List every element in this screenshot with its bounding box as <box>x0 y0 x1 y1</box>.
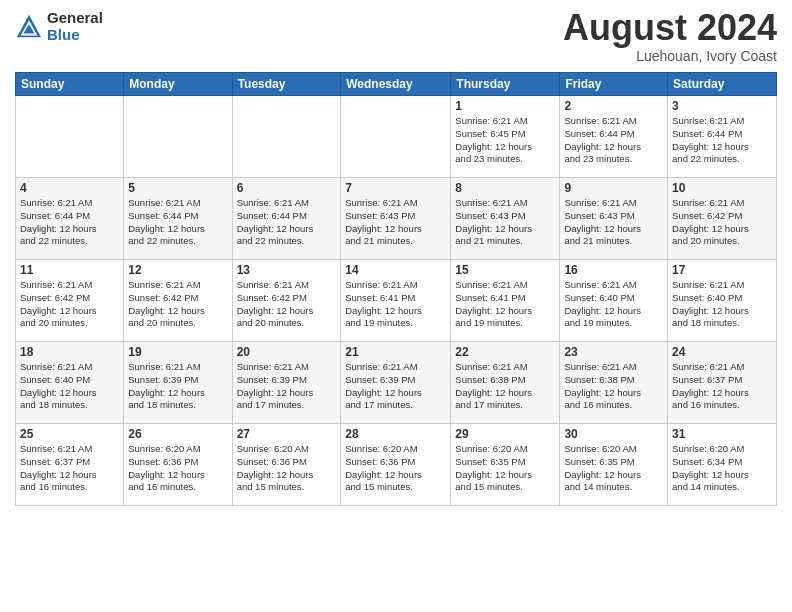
day-info: Sunrise: 6:21 AM Sunset: 6:39 PM Dayligh… <box>128 361 227 412</box>
day-info: Sunrise: 6:21 AM Sunset: 6:45 PM Dayligh… <box>455 115 555 166</box>
day-info: Sunrise: 6:21 AM Sunset: 6:37 PM Dayligh… <box>672 361 772 412</box>
header: General Blue August 2024 Luehouan, Ivory… <box>15 10 777 64</box>
calendar-cell: 15Sunrise: 6:21 AM Sunset: 6:41 PM Dayli… <box>451 260 560 342</box>
day-number: 26 <box>128 427 227 441</box>
calendar-cell <box>341 96 451 178</box>
day-info: Sunrise: 6:20 AM Sunset: 6:34 PM Dayligh… <box>672 443 772 494</box>
calendar-cell: 30Sunrise: 6:20 AM Sunset: 6:35 PM Dayli… <box>560 424 668 506</box>
day-number: 25 <box>20 427 119 441</box>
day-number: 31 <box>672 427 772 441</box>
calendar-week-row: 11Sunrise: 6:21 AM Sunset: 6:42 PM Dayli… <box>16 260 777 342</box>
day-info: Sunrise: 6:21 AM Sunset: 6:40 PM Dayligh… <box>672 279 772 330</box>
calendar-cell: 4Sunrise: 6:21 AM Sunset: 6:44 PM Daylig… <box>16 178 124 260</box>
day-info: Sunrise: 6:21 AM Sunset: 6:43 PM Dayligh… <box>455 197 555 248</box>
calendar-day-header: Saturday <box>668 73 777 96</box>
day-number: 14 <box>345 263 446 277</box>
calendar-cell: 27Sunrise: 6:20 AM Sunset: 6:36 PM Dayli… <box>232 424 341 506</box>
calendar-cell: 18Sunrise: 6:21 AM Sunset: 6:40 PM Dayli… <box>16 342 124 424</box>
day-number: 22 <box>455 345 555 359</box>
day-info: Sunrise: 6:21 AM Sunset: 6:40 PM Dayligh… <box>20 361 119 412</box>
calendar-cell <box>16 96 124 178</box>
day-info: Sunrise: 6:21 AM Sunset: 6:38 PM Dayligh… <box>455 361 555 412</box>
calendar-cell: 21Sunrise: 6:21 AM Sunset: 6:39 PM Dayli… <box>341 342 451 424</box>
calendar-day-header: Friday <box>560 73 668 96</box>
calendar-cell: 31Sunrise: 6:20 AM Sunset: 6:34 PM Dayli… <box>668 424 777 506</box>
day-number: 15 <box>455 263 555 277</box>
day-info: Sunrise: 6:21 AM Sunset: 6:42 PM Dayligh… <box>672 197 772 248</box>
calendar-week-row: 1Sunrise: 6:21 AM Sunset: 6:45 PM Daylig… <box>16 96 777 178</box>
day-info: Sunrise: 6:21 AM Sunset: 6:44 PM Dayligh… <box>20 197 119 248</box>
day-info: Sunrise: 6:20 AM Sunset: 6:35 PM Dayligh… <box>564 443 663 494</box>
calendar-cell: 2Sunrise: 6:21 AM Sunset: 6:44 PM Daylig… <box>560 96 668 178</box>
day-info: Sunrise: 6:21 AM Sunset: 6:39 PM Dayligh… <box>345 361 446 412</box>
calendar-day-header: Thursday <box>451 73 560 96</box>
location-subtitle: Luehouan, Ivory Coast <box>563 48 777 64</box>
calendar-cell: 5Sunrise: 6:21 AM Sunset: 6:44 PM Daylig… <box>124 178 232 260</box>
day-number: 21 <box>345 345 446 359</box>
calendar-cell: 20Sunrise: 6:21 AM Sunset: 6:39 PM Dayli… <box>232 342 341 424</box>
page: General Blue August 2024 Luehouan, Ivory… <box>0 0 792 612</box>
calendar-cell: 11Sunrise: 6:21 AM Sunset: 6:42 PM Dayli… <box>16 260 124 342</box>
calendar-cell: 19Sunrise: 6:21 AM Sunset: 6:39 PM Dayli… <box>124 342 232 424</box>
calendar-cell <box>124 96 232 178</box>
calendar-header-row: SundayMondayTuesdayWednesdayThursdayFrid… <box>16 73 777 96</box>
calendar-cell: 14Sunrise: 6:21 AM Sunset: 6:41 PM Dayli… <box>341 260 451 342</box>
day-info: Sunrise: 6:20 AM Sunset: 6:36 PM Dayligh… <box>345 443 446 494</box>
day-number: 18 <box>20 345 119 359</box>
day-number: 20 <box>237 345 337 359</box>
calendar-day-header: Wednesday <box>341 73 451 96</box>
calendar-day-header: Sunday <box>16 73 124 96</box>
calendar-cell: 29Sunrise: 6:20 AM Sunset: 6:35 PM Dayli… <box>451 424 560 506</box>
logo-icon <box>15 13 43 41</box>
day-info: Sunrise: 6:21 AM Sunset: 6:43 PM Dayligh… <box>564 197 663 248</box>
day-info: Sunrise: 6:21 AM Sunset: 6:39 PM Dayligh… <box>237 361 337 412</box>
calendar-cell: 25Sunrise: 6:21 AM Sunset: 6:37 PM Dayli… <box>16 424 124 506</box>
day-number: 5 <box>128 181 227 195</box>
day-number: 8 <box>455 181 555 195</box>
logo-blue-text: Blue <box>47 27 103 44</box>
day-info: Sunrise: 6:21 AM Sunset: 6:37 PM Dayligh… <box>20 443 119 494</box>
calendar-cell: 13Sunrise: 6:21 AM Sunset: 6:42 PM Dayli… <box>232 260 341 342</box>
day-number: 3 <box>672 99 772 113</box>
day-number: 23 <box>564 345 663 359</box>
day-number: 17 <box>672 263 772 277</box>
day-info: Sunrise: 6:20 AM Sunset: 6:35 PM Dayligh… <box>455 443 555 494</box>
day-info: Sunrise: 6:21 AM Sunset: 6:40 PM Dayligh… <box>564 279 663 330</box>
calendar-cell: 22Sunrise: 6:21 AM Sunset: 6:38 PM Dayli… <box>451 342 560 424</box>
day-number: 16 <box>564 263 663 277</box>
calendar-cell: 8Sunrise: 6:21 AM Sunset: 6:43 PM Daylig… <box>451 178 560 260</box>
day-number: 9 <box>564 181 663 195</box>
calendar-day-header: Tuesday <box>232 73 341 96</box>
calendar-cell: 17Sunrise: 6:21 AM Sunset: 6:40 PM Dayli… <box>668 260 777 342</box>
calendar-cell: 26Sunrise: 6:20 AM Sunset: 6:36 PM Dayli… <box>124 424 232 506</box>
calendar-table: SundayMondayTuesdayWednesdayThursdayFrid… <box>15 72 777 506</box>
day-number: 10 <box>672 181 772 195</box>
calendar-cell: 28Sunrise: 6:20 AM Sunset: 6:36 PM Dayli… <box>341 424 451 506</box>
day-number: 7 <box>345 181 446 195</box>
day-number: 4 <box>20 181 119 195</box>
day-info: Sunrise: 6:21 AM Sunset: 6:44 PM Dayligh… <box>237 197 337 248</box>
day-info: Sunrise: 6:21 AM Sunset: 6:38 PM Dayligh… <box>564 361 663 412</box>
day-info: Sunrise: 6:21 AM Sunset: 6:41 PM Dayligh… <box>455 279 555 330</box>
day-number: 19 <box>128 345 227 359</box>
month-year-title: August 2024 <box>563 10 777 46</box>
day-info: Sunrise: 6:20 AM Sunset: 6:36 PM Dayligh… <box>128 443 227 494</box>
calendar-week-row: 4Sunrise: 6:21 AM Sunset: 6:44 PM Daylig… <box>16 178 777 260</box>
calendar-day-header: Monday <box>124 73 232 96</box>
day-info: Sunrise: 6:21 AM Sunset: 6:42 PM Dayligh… <box>128 279 227 330</box>
calendar-cell: 24Sunrise: 6:21 AM Sunset: 6:37 PM Dayli… <box>668 342 777 424</box>
calendar-cell: 9Sunrise: 6:21 AM Sunset: 6:43 PM Daylig… <box>560 178 668 260</box>
day-number: 29 <box>455 427 555 441</box>
day-number: 12 <box>128 263 227 277</box>
day-number: 13 <box>237 263 337 277</box>
day-info: Sunrise: 6:21 AM Sunset: 6:42 PM Dayligh… <box>237 279 337 330</box>
day-info: Sunrise: 6:21 AM Sunset: 6:44 PM Dayligh… <box>672 115 772 166</box>
calendar-cell: 7Sunrise: 6:21 AM Sunset: 6:43 PM Daylig… <box>341 178 451 260</box>
calendar-week-row: 25Sunrise: 6:21 AM Sunset: 6:37 PM Dayli… <box>16 424 777 506</box>
title-area: August 2024 Luehouan, Ivory Coast <box>563 10 777 64</box>
day-number: 6 <box>237 181 337 195</box>
day-info: Sunrise: 6:20 AM Sunset: 6:36 PM Dayligh… <box>237 443 337 494</box>
calendar-cell: 3Sunrise: 6:21 AM Sunset: 6:44 PM Daylig… <box>668 96 777 178</box>
day-info: Sunrise: 6:21 AM Sunset: 6:41 PM Dayligh… <box>345 279 446 330</box>
calendar-cell: 1Sunrise: 6:21 AM Sunset: 6:45 PM Daylig… <box>451 96 560 178</box>
